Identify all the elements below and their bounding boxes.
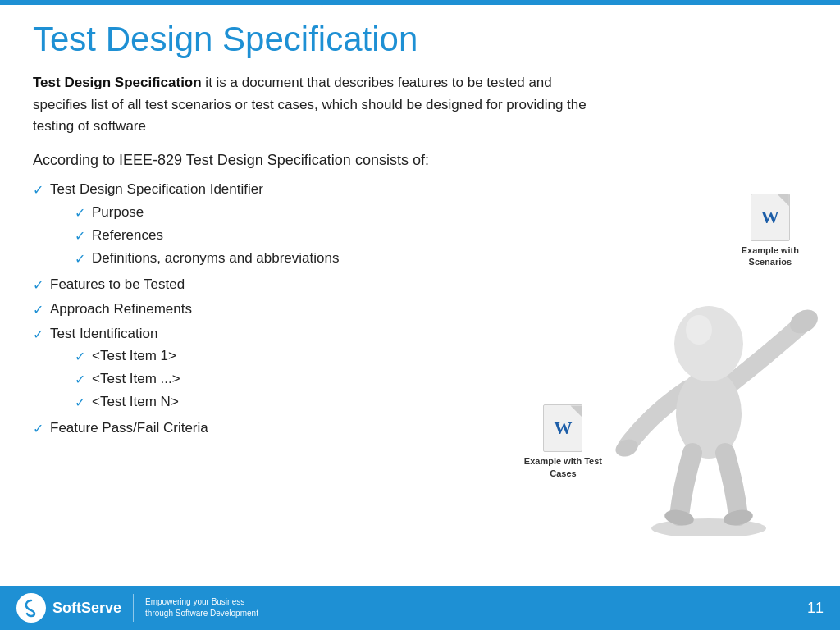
- checklist-label-4: Test Identification: [50, 326, 158, 341]
- check-icon-3: ✓: [33, 300, 43, 320]
- footer: SoftServe Empowering your Business throu…: [0, 586, 840, 630]
- footer-tagline-line1: Empowering your Business: [145, 597, 244, 606]
- torso: [676, 368, 742, 459]
- slide: Test Design Specification Test Design Sp…: [0, 0, 840, 630]
- sub-label-definitions: Definitions, acronyms and abbreviations: [92, 248, 339, 269]
- check-icon-references: ✓: [75, 226, 85, 246]
- check-icon-testitemdots: ✓: [75, 370, 85, 390]
- figure-3d-character: [594, 225, 824, 536]
- checklist-label-5: Feature Pass/Fail Criteria: [50, 418, 208, 439]
- sub-item-testitemn: ✓ <Test Item N>: [75, 391, 180, 413]
- sub-label-testitem1: <Test Item 1>: [92, 345, 176, 367]
- intro-bold: Test Design Specification: [33, 75, 202, 90]
- example-testcases-label: Example with TestCases: [524, 455, 602, 479]
- ieee-text: According to IEEE-829 Test Design Specif…: [33, 152, 591, 169]
- slide-number: 11: [807, 600, 824, 617]
- example-testcases-icon[interactable]: W Example with TestCases: [524, 404, 602, 479]
- checklist-item-4: ✓ Test Identification ✓ <Test Item 1> ✓ …: [33, 323, 525, 415]
- checklist-item-5: ✓ Feature Pass/Fail Criteria: [33, 418, 525, 439]
- head-highlight: [686, 315, 712, 345]
- sub-label-purpose: Purpose: [92, 202, 144, 223]
- main-checklist: ✓ Test Design Specification Identifier ✓…: [33, 179, 525, 439]
- character-svg: [594, 225, 824, 536]
- softserve-logo-svg: [21, 598, 41, 618]
- check-icon-purpose: ✓: [75, 203, 85, 223]
- word-w-testcases: W: [554, 418, 572, 439]
- sub-item-purpose: ✓ Purpose: [75, 202, 339, 223]
- sub-label-references: References: [92, 225, 163, 246]
- content-area: Test Design Specification Test Design Sp…: [0, 5, 840, 586]
- sub-label-testitemdots: <Test Item ...>: [92, 368, 180, 390]
- word-doc-testcases: W: [543, 404, 582, 452]
- check-icon-definitions: ✓: [75, 249, 85, 269]
- footer-tagline: Empowering your Business through Softwar…: [145, 596, 258, 619]
- check-icon-testitemn: ✓: [75, 393, 85, 413]
- check-icon-5: ✓: [33, 419, 43, 439]
- footer-tagline-line2: through Software Development: [145, 609, 258, 618]
- checklist-label-1: Test Design Specification Identifier: [50, 181, 263, 197]
- check-icon-testitem1: ✓: [75, 347, 85, 367]
- checklist-item-1-content: Test Design Specification Identifier ✓ P…: [50, 179, 339, 271]
- sub-item-testitemdots: ✓ <Test Item ...>: [75, 368, 180, 390]
- checklist-item-4-content: Test Identification ✓ <Test Item 1> ✓ <T…: [50, 323, 180, 415]
- left-leg: [679, 453, 692, 516]
- sub-item-definitions: ✓ Definitions, acronyms and abbreviation…: [75, 248, 339, 269]
- checklist-item-1: ✓ Test Design Specification Identifier ✓…: [33, 179, 525, 271]
- checklist-label-3: Approach Refinements: [50, 299, 192, 320]
- intro-paragraph: Test Design Specification it is a docume…: [33, 72, 591, 137]
- checklist-label-2: Features to be Tested: [50, 274, 185, 295]
- footer-logo: SoftServe: [16, 593, 121, 623]
- check-icon-2: ✓: [33, 276, 43, 295]
- sub-label-testitemn: <Test Item N>: [92, 391, 179, 413]
- sub-item-testitem1: ✓ <Test Item 1>: [75, 345, 180, 367]
- footer-brand-name: SoftServe: [52, 600, 121, 617]
- head: [674, 306, 743, 381]
- footer-divider: [133, 594, 134, 622]
- checklist-item-3: ✓ Approach Refinements: [33, 299, 525, 320]
- sub-list-1: ✓ Purpose ✓ References ✓ Definitions, ac…: [75, 202, 339, 269]
- check-icon-1: ✓: [33, 180, 43, 200]
- checklist-item-2: ✓ Features to be Tested: [33, 274, 525, 295]
- sub-item-references: ✓ References: [75, 225, 339, 246]
- sub-list-4: ✓ <Test Item 1> ✓ <Test Item ...> ✓ <Tes…: [75, 345, 180, 413]
- logo-s-circle: [16, 593, 46, 623]
- slide-title: Test Design Specification: [33, 20, 807, 59]
- check-icon-4: ✓: [33, 325, 43, 345]
- right-leg: [725, 453, 738, 516]
